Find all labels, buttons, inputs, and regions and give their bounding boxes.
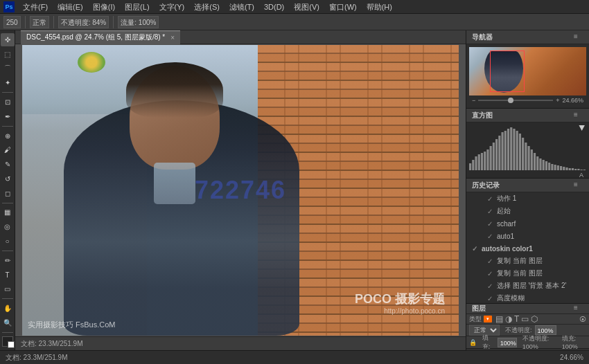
filter-toggle[interactable]: ⦿: [579, 316, 586, 323]
hand-tool[interactable]: ✋: [1, 302, 15, 315]
add-adjustment-btn[interactable]: ◑: [511, 349, 524, 350]
filter-smart-icon[interactable]: ⬡: [531, 314, 538, 324]
histogram-content: A: [466, 122, 589, 178]
menu-window[interactable]: 窗口(W): [325, 0, 361, 14]
brush-size-input[interactable]: 250: [3, 16, 21, 28]
svg-rect-35: [572, 168, 574, 170]
histogram-panel-header[interactable]: 直方图 ≡: [466, 109, 589, 122]
opacity-value[interactable]: 100%: [535, 325, 556, 335]
doc-tab-close[interactable]: ×: [170, 34, 175, 42]
fill-value[interactable]: 100%: [498, 338, 517, 347]
navigator-panel-header[interactable]: 导航器 ≡: [466, 30, 589, 44]
left-toolbar: ✜ ⬚ ⌒ ✦ ⊡ ✒ ⊕ 🖌 ✎ ↺ ◻ ▦ ◎ ○ ✏ T ▭ ✋ 🔍: [0, 30, 15, 350]
history-item-1[interactable]: ✓ 起始: [466, 205, 589, 217]
history-check-6: ✓: [487, 270, 494, 277]
history-item-0[interactable]: ✓ 动作 1: [466, 192, 589, 205]
svg-rect-10: [498, 136, 500, 170]
blur-tool[interactable]: ◎: [1, 220, 15, 233]
canvas-status-info: 文档: 23.3M/251.9M: [21, 339, 82, 349]
heal-tool[interactable]: ⊕: [1, 129, 15, 143]
status-bar: 文档: 23.3M/251.9M 24.66%: [0, 350, 589, 364]
background-color[interactable]: [8, 341, 15, 348]
history-item-6[interactable]: ✓ 复制 当前 图层: [466, 267, 589, 280]
history-label-3: auto1: [497, 233, 514, 240]
histogram-title: 直方图: [472, 111, 493, 120]
canvas-content[interactable]: 722746 POCO 摄影专题 http://photo.poco.cn 实用…: [15, 44, 466, 336]
opacity-input[interactable]: 不透明度: 84%: [58, 16, 109, 28]
navigator-menu-icon[interactable]: ≡: [574, 33, 583, 42]
svg-rect-6: [486, 149, 489, 170]
text-tool[interactable]: T: [1, 269, 15, 282]
fill-row: 🔒 填充: 100% 不透明度: 100% 填充: 100%: [466, 336, 589, 349]
zoom-tool[interactable]: 🔍: [1, 316, 15, 329]
magic-wand-tool[interactable]: ✦: [1, 76, 15, 89]
status-zoom-pct: 24.66%: [560, 354, 583, 361]
layers-panel-header[interactable]: 图层 ≡: [466, 304, 589, 314]
zoom-out-btn[interactable]: −: [472, 97, 475, 104]
doc-tab-active[interactable]: DSC_4554.psd @ 24.7% (组 5, 图层蒙版/8) * ×: [21, 30, 180, 44]
nav-zoom-slider[interactable]: [478, 100, 553, 101]
history-item-2[interactable]: ✓ scharf: [466, 217, 589, 230]
history-item-5[interactable]: ✓ 复制 当前 图层: [466, 255, 589, 267]
menu-help[interactable]: 帮助(H): [362, 0, 396, 14]
svg-rect-34: [569, 168, 571, 170]
new-layer-btn[interactable]: +: [551, 349, 563, 350]
shape-tool[interactable]: ▭: [1, 283, 15, 296]
history-label-0: 动作 1: [497, 194, 516, 203]
menu-layer[interactable]: 图层(L): [121, 0, 153, 14]
histogram-menu-icon[interactable]: ≡: [574, 111, 583, 120]
select-tool[interactable]: ⬚: [1, 48, 15, 61]
eraser-tool[interactable]: ◻: [1, 187, 15, 200]
filter-pixel-icon[interactable]: ▤: [495, 314, 503, 324]
blend-mode-select[interactable]: 正常: [30, 16, 49, 28]
brush-tool[interactable]: 🖌: [1, 143, 15, 156]
lasso-tool[interactable]: ⌒: [1, 62, 15, 75]
menu-text[interactable]: 文字(Y): [155, 0, 189, 14]
menu-bar: Ps 文件(F) 编辑(E) 图像(I) 图层(L) 文字(Y) 选择(S) 滤…: [0, 0, 589, 14]
menu-image[interactable]: 图像(I): [89, 0, 119, 14]
gradient-tool[interactable]: ▦: [1, 206, 15, 219]
delete-layer-btn[interactable]: 🗑: [570, 349, 583, 350]
add-mask-btn[interactable]: ○: [492, 349, 504, 350]
history-item-4[interactable]: ✓ autoskin color1: [466, 242, 589, 255]
pen-tool[interactable]: ✏: [1, 254, 15, 267]
svg-rect-22: [534, 153, 536, 170]
history-menu-icon[interactable]: ≡: [574, 181, 583, 190]
menu-view[interactable]: 视图(V): [290, 0, 324, 14]
svg-rect-2: [475, 156, 477, 170]
filter-shape-icon[interactable]: ▭: [521, 314, 529, 324]
history-item-7[interactable]: ✓ 选择 图层 '背景 基本 2': [466, 280, 589, 292]
dodge-tool[interactable]: ○: [1, 235, 15, 248]
eyedropper-tool[interactable]: ✒: [1, 110, 15, 123]
history-panel: 历史记录 ≡ ✓ 动作 1 ✓ 起始 ✓ scharf ✓: [466, 179, 589, 304]
tool-separator-3: [2, 203, 13, 203]
history-brush-tool[interactable]: ↺: [1, 172, 15, 185]
add-style-btn[interactable]: fx: [473, 349, 485, 350]
foreground-color[interactable]: [2, 336, 13, 347]
filter-type-icon[interactable]: ▾: [484, 316, 492, 322]
crop-tool[interactable]: ⊡: [1, 95, 15, 109]
flow-input[interactable]: 流量: 100%: [118, 16, 159, 28]
filter-adj-icon[interactable]: ◑: [505, 314, 512, 324]
svg-rect-27: [548, 163, 550, 170]
menu-filter[interactable]: 滤镜(T): [225, 0, 258, 14]
menu-file[interactable]: 文件(F): [19, 0, 52, 14]
add-group-btn[interactable]: □: [531, 349, 544, 350]
move-tool[interactable]: ✜: [1, 33, 15, 46]
layers-menu-icon[interactable]: ≡: [574, 304, 583, 313]
svg-rect-24: [539, 158, 541, 170]
svg-rect-1: [472, 160, 474, 170]
menu-3d[interactable]: 3D(D): [260, 0, 288, 14]
zoom-in-btn[interactable]: +: [556, 97, 559, 104]
history-item-3[interactable]: ✓ auto1: [466, 230, 589, 242]
menu-select[interactable]: 选择(S): [190, 0, 224, 14]
nav-zoom-bar: − + 24.66%: [469, 95, 586, 105]
svg-rect-26: [545, 161, 547, 170]
options-separator-1: [25, 16, 26, 28]
history-panel-header[interactable]: 历史记录 ≡: [466, 179, 589, 192]
clone-tool[interactable]: ✎: [1, 158, 15, 171]
history-label-8: 高度模糊: [497, 293, 525, 303]
menu-edit[interactable]: 编辑(E): [53, 0, 87, 14]
history-item-8[interactable]: ✓ 高度模糊: [466, 292, 589, 303]
filter-text-icon[interactable]: T: [514, 314, 519, 324]
